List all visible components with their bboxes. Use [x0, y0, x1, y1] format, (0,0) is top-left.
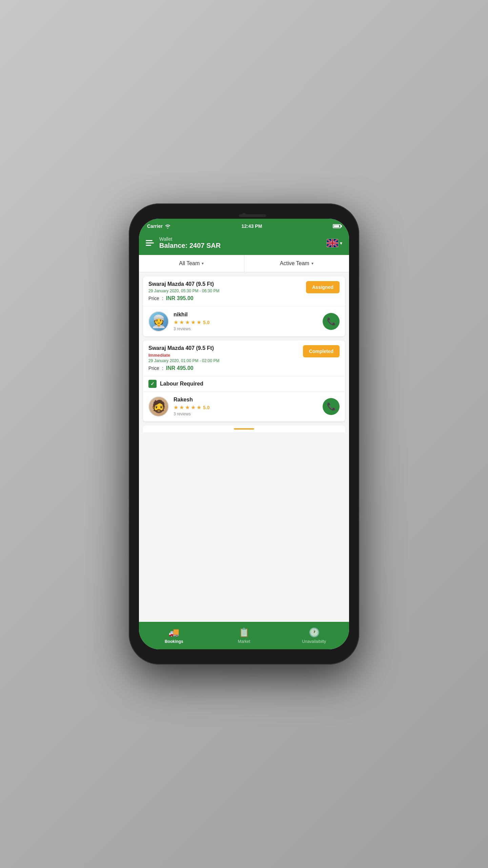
- partial-card-hint: [143, 426, 345, 432]
- price-row-2: Price : INR 495.00: [148, 365, 219, 371]
- tab-all-team[interactable]: All Team ▾: [139, 255, 244, 272]
- bookings-nav-label: Bookings: [165, 639, 183, 644]
- wallet-balance: Balance: 2407 SAR: [159, 242, 326, 250]
- labour-label: Labour Required: [160, 381, 203, 387]
- app-header: Wallet Balance: 2407 SAR ▾: [139, 234, 349, 255]
- battery-indicator: [333, 224, 341, 228]
- driver-row-2: Rakesh ★ ★ ★ ★ ★ 5.0 3 reviews 📞: [143, 392, 345, 421]
- driver-name-2: Rakesh: [174, 397, 318, 403]
- star-r-1: ★: [174, 404, 178, 411]
- menu-line-1: [146, 240, 152, 241]
- booking-card-2-header: Swaraj Mazda 407 (9.5 Ft) Immediate 29 J…: [143, 340, 345, 376]
- tab-all-team-chevron: ▾: [202, 261, 204, 266]
- star-2: ★: [179, 319, 184, 326]
- rating-value-1: 5.0: [203, 320, 209, 325]
- bottom-navigation: 🚚 Bookings 📋 Market 🕐 Unavailaibilty: [139, 622, 349, 649]
- tab-active-team[interactable]: Active Team ▾: [244, 255, 349, 272]
- stars-row-2: ★ ★ ★ ★ ★ 5.0: [174, 404, 318, 411]
- nav-unavailability[interactable]: 🕐 Unavailaibilty: [279, 625, 349, 646]
- call-button-2[interactable]: 📞: [323, 398, 340, 415]
- status-completed-button[interactable]: Completed: [303, 345, 340, 357]
- call-button-1[interactable]: 📞: [323, 313, 340, 330]
- reviews-text-1: 3 reviews: [174, 327, 318, 331]
- star-r-3: ★: [185, 404, 190, 411]
- rakesh-avatar: [149, 397, 168, 416]
- wallet-info: Wallet Balance: 2407 SAR: [154, 236, 326, 250]
- driver-info-2: Rakesh ★ ★ ★ ★ ★ 5.0 3 reviews: [174, 397, 318, 416]
- star-r-5: ★: [197, 404, 201, 411]
- tab-all-team-label: All Team: [179, 260, 200, 267]
- star-5: ★: [197, 319, 201, 326]
- driver-name-1: nikhil: [174, 312, 318, 318]
- booking-card-1-header: Swaraj Mazda 407 (9.5 Ft) 29 January 202…: [143, 276, 345, 307]
- checkmark-icon: ✓: [150, 381, 155, 387]
- booking-date-1: 29 January 2020, 05:30 PM - 06:30 PM: [148, 289, 219, 293]
- booking-card-1: Swaraj Mazda 407 (9.5 Ft) 29 January 202…: [143, 276, 345, 336]
- price-label-2: Price: [148, 366, 159, 371]
- wifi-icon: [165, 224, 171, 229]
- star-4: ★: [191, 319, 196, 326]
- rating-value-2: 5.0: [203, 405, 209, 410]
- tab-active-team-chevron: ▾: [311, 261, 313, 266]
- truck-name-1: Swaraj Mazda 407 (9.5 Ft): [148, 281, 219, 287]
- bookings-list: Swaraj Mazda 407 (9.5 Ft) 29 January 202…: [139, 272, 349, 622]
- booking-card-2: Swaraj Mazda 407 (9.5 Ft) Immediate 29 J…: [143, 340, 345, 421]
- nav-market[interactable]: 📋 Market: [209, 625, 279, 646]
- partial-card-bar: [234, 428, 254, 430]
- phone-icon-1: 📞: [327, 317, 336, 326]
- wallet-label: Wallet: [159, 236, 326, 242]
- nav-bookings[interactable]: 🚚 Bookings: [139, 625, 209, 646]
- carrier-info: Carrier: [147, 223, 171, 229]
- price-colon-1: :: [162, 296, 163, 301]
- battery-icon: [333, 224, 341, 228]
- unavailability-nav-icon: 🕐: [309, 627, 320, 638]
- menu-button[interactable]: [146, 240, 154, 246]
- price-colon-2: :: [162, 366, 163, 371]
- booking-date-2: 29 January 2020, 01:00 PM - 02:00 PM: [148, 358, 219, 363]
- booking-immediate-2: Immediate: [148, 353, 219, 358]
- carrier-name: Carrier: [147, 223, 163, 229]
- status-time: 12:43 PM: [242, 223, 262, 229]
- driver-avatar-2: [148, 396, 169, 417]
- labour-row: ✓ Labour Required: [143, 376, 345, 392]
- star-r-4: ★: [191, 404, 196, 411]
- star-1: ★: [174, 319, 178, 326]
- stars-row-1: ★ ★ ★ ★ ★ 5.0: [174, 319, 318, 326]
- star-3: ★: [185, 319, 190, 326]
- reviews-text-2: 3 reviews: [174, 412, 318, 416]
- chevron-down-icon: ▾: [340, 240, 342, 246]
- booking-card-1-info: Swaraj Mazda 407 (9.5 Ft) 29 January 202…: [148, 281, 219, 301]
- unavailability-nav-label: Unavailaibilty: [302, 639, 326, 644]
- status-assigned-button[interactable]: Assigned: [306, 281, 340, 293]
- price-value-2: INR 495.00: [166, 365, 194, 371]
- filter-tabs: All Team ▾ Active Team ▾: [139, 255, 349, 272]
- driver-row-1: nikhil ★ ★ ★ ★ ★ 5.0 3 reviews 📞: [143, 307, 345, 336]
- nikhil-avatar: [149, 312, 168, 331]
- price-value-1: INR 395.00: [166, 295, 194, 301]
- language-selector[interactable]: ▾: [326, 239, 342, 248]
- battery-fill: [334, 225, 339, 227]
- menu-line-2: [146, 242, 154, 243]
- truck-name-2: Swaraj Mazda 407 (9.5 Ft): [148, 345, 219, 351]
- star-r-2: ★: [179, 404, 184, 411]
- labour-checkbox: ✓: [148, 380, 157, 388]
- price-row-1: Price : INR 395.00: [148, 295, 219, 301]
- market-nav-icon: 📋: [239, 627, 249, 638]
- status-bar: Carrier 12:43 PM: [139, 219, 349, 234]
- market-nav-label: Market: [238, 639, 250, 644]
- phone-screen: Carrier 12:43 PM: [139, 219, 349, 649]
- driver-info-1: nikhil ★ ★ ★ ★ ★ 5.0 3 reviews: [174, 312, 318, 331]
- phone-icon-2: 📞: [327, 402, 336, 411]
- tab-active-team-label: Active Team: [280, 260, 309, 267]
- menu-line-3: [146, 245, 151, 246]
- flag-icon: [326, 239, 339, 248]
- driver-avatar-1: [148, 311, 169, 332]
- phone-device: Carrier 12:43 PM: [129, 203, 359, 665]
- booking-card-2-info: Swaraj Mazda 407 (9.5 Ft) Immediate 29 J…: [148, 345, 219, 371]
- price-label-1: Price: [148, 296, 159, 301]
- bookings-nav-icon: 🚚: [168, 627, 179, 638]
